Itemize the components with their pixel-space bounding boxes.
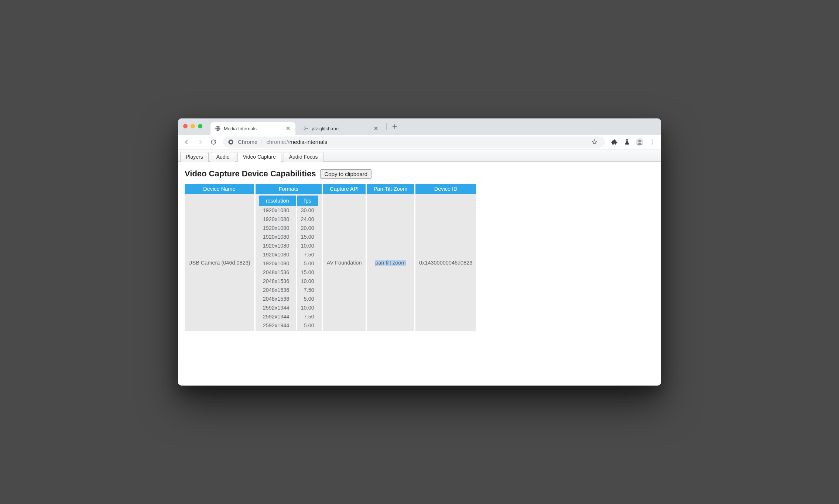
format-row: 1920x108010.00 — [259, 241, 318, 250]
col-device-id[interactable]: Device ID — [415, 184, 476, 194]
format-fps: 7.50 — [297, 250, 318, 259]
omnibox-separator: | — [261, 139, 263, 145]
browser-tab-ptz-glitch[interactable]: ptz.glitch.me — [298, 122, 383, 135]
format-fps: 20.00 — [297, 224, 318, 232]
profile-avatar-icon[interactable] — [634, 136, 645, 148]
format-row: 1920x108015.00 — [259, 232, 318, 241]
format-resolution: 2592x1944 — [259, 303, 297, 312]
format-resolution: 1920x1080 — [259, 206, 297, 215]
format-resolution: 2592x1944 — [259, 321, 297, 330]
subtab-audio[interactable]: Audio — [211, 152, 235, 162]
format-row: 2048x153615.00 — [259, 268, 318, 277]
subtab-players[interactable]: Players — [180, 152, 209, 162]
svg-point-1 — [305, 128, 307, 129]
format-fps: 7.50 — [297, 312, 318, 321]
format-fps: 7.50 — [297, 286, 318, 294]
svg-point-5 — [638, 140, 641, 142]
format-fps: 5.00 — [297, 259, 318, 268]
cell-device-name: USB Camera (046d:0823) — [185, 194, 255, 331]
page-content: Players Audio Video Capture Audio Focus … — [178, 149, 661, 386]
labs-icon[interactable] — [621, 136, 633, 148]
ptz-highlighted-text: pan tilt zoom — [375, 260, 406, 266]
page-subtabs: Players Audio Video Capture Audio Focus — [178, 149, 661, 162]
minimize-window-button[interactable] — [191, 124, 195, 128]
copy-to-clipboard-button[interactable]: Copy to clipboard — [320, 169, 371, 179]
tab-title: Media Internals — [224, 126, 282, 131]
col-ptz[interactable]: Pan-Tilt-Zoom — [366, 184, 415, 194]
subtab-video-capture[interactable]: Video Capture — [237, 152, 281, 162]
svg-point-7 — [652, 141, 653, 142]
col-device-name[interactable]: Device Name — [185, 184, 255, 194]
cell-device-id: 0x14300000046d0823 — [415, 194, 476, 331]
bookmark-star-icon[interactable] — [589, 136, 600, 148]
svg-point-6 — [652, 139, 653, 141]
format-row: 2592x19447.50 — [259, 312, 318, 321]
format-resolution: 2048x1536 — [259, 277, 297, 286]
format-fps: 10.00 — [297, 303, 318, 312]
address-bar: Chrome | chrome://media-internals — [178, 135, 661, 149]
window-controls — [183, 124, 202, 128]
extensions-icon[interactable] — [609, 136, 620, 148]
forward-button[interactable] — [194, 136, 206, 148]
fmt-col-resolution: resolution — [259, 196, 297, 206]
cell-formats: resolution fps 1920x108030.001920x108024… — [255, 194, 322, 331]
tab-title: ptz.glitch.me — [312, 126, 370, 131]
format-resolution: 2592x1944 — [259, 312, 297, 321]
tab-separator — [386, 123, 387, 130]
format-row: 1920x108020.00 — [259, 224, 318, 232]
close-tab-button[interactable] — [285, 125, 291, 131]
format-resolution: 2048x1536 — [259, 286, 297, 294]
format-fps: 5.00 — [297, 294, 318, 303]
format-resolution: 1920x1080 — [259, 250, 297, 259]
svg-point-3 — [230, 141, 232, 143]
browser-window: Media Internals ptz.glitch.me — [178, 118, 661, 386]
format-row: 2592x194410.00 — [259, 303, 318, 312]
format-fps: 30.00 — [297, 206, 318, 215]
table-row: USB Camera (046d:0823) resolution fps 19… — [185, 194, 476, 331]
svg-point-8 — [652, 143, 653, 144]
globe-icon — [215, 125, 221, 131]
format-row: 2048x15365.00 — [259, 294, 318, 303]
fmt-col-fps: fps — [297, 196, 318, 206]
format-resolution: 1920x1080 — [259, 232, 297, 241]
format-fps: 24.00 — [297, 215, 318, 224]
format-resolution: 2048x1536 — [259, 294, 297, 303]
format-row: 2048x153610.00 — [259, 277, 318, 286]
format-row: 2048x15367.50 — [259, 286, 318, 294]
format-fps: 15.00 — [297, 232, 318, 241]
close-tab-button[interactable] — [373, 125, 379, 131]
maximize-window-button[interactable] — [198, 124, 202, 128]
format-row: 1920x108030.00 — [259, 206, 318, 215]
format-fps: 10.00 — [297, 277, 318, 286]
col-formats[interactable]: Formats — [255, 184, 322, 194]
browser-tab-media-internals[interactable]: Media Internals — [210, 122, 295, 135]
subtab-audio-focus[interactable]: Audio Focus — [284, 152, 323, 162]
format-resolution: 1920x1080 — [259, 224, 297, 232]
format-fps: 5.00 — [297, 321, 318, 330]
back-button[interactable] — [181, 136, 193, 148]
omnibox[interactable]: Chrome | chrome://media-internals — [223, 137, 605, 148]
cell-capture-api: AV Foundation — [322, 194, 366, 331]
origin-label: Chrome — [238, 139, 257, 145]
format-row: 2592x19445.00 — [259, 321, 318, 330]
cell-ptz: pan tilt zoom — [366, 194, 415, 331]
col-capture-api[interactable]: Capture API — [322, 184, 366, 194]
kebab-menu-icon[interactable] — [646, 136, 658, 148]
format-fps: 15.00 — [297, 268, 318, 277]
formats-subtable: resolution fps 1920x108030.001920x108024… — [259, 196, 318, 330]
format-resolution: 1920x1080 — [259, 215, 297, 224]
format-resolution: 2048x1536 — [259, 268, 297, 277]
close-window-button[interactable] — [183, 124, 188, 128]
capabilities-table: Device Name Formats Capture API Pan-Tilt… — [185, 184, 476, 331]
url-text: chrome://media-internals — [266, 139, 327, 145]
reload-button[interactable] — [208, 136, 219, 148]
format-resolution: 1920x1080 — [259, 259, 297, 268]
format-row: 1920x10805.00 — [259, 259, 318, 268]
new-tab-button[interactable] — [390, 121, 400, 132]
format-row: 1920x108024.00 — [259, 215, 318, 224]
site-icon — [303, 125, 309, 131]
format-resolution: 1920x1080 — [259, 241, 297, 250]
chrome-origin-icon — [227, 139, 234, 145]
format-fps: 10.00 — [297, 241, 318, 250]
format-row: 1920x10807.50 — [259, 250, 318, 259]
